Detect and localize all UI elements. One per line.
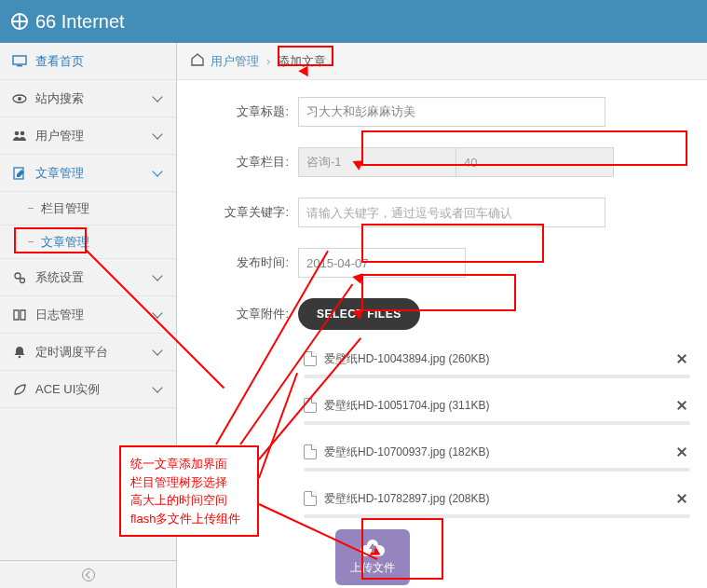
chevron-down-icon: [152, 346, 165, 359]
sidebar-item-logs[interactable]: 日志管理: [0, 296, 176, 334]
users-icon: [11, 129, 28, 144]
svg-point-9: [19, 355, 21, 358]
bell-icon: [11, 345, 28, 360]
remove-file-button[interactable]: [673, 397, 690, 414]
input-pubtime[interactable]: [298, 248, 466, 278]
sidebar-item-label: 定时调度平台: [35, 344, 152, 361]
file-icon: [304, 491, 317, 506]
input-article-keywords[interactable]: [298, 198, 605, 227]
input-column-name[interactable]: [298, 147, 456, 177]
sidebar-item-label: 日志管理: [35, 307, 152, 323]
chevron-down-icon: [152, 92, 165, 105]
edit-icon: [11, 166, 28, 181]
remove-file-button[interactable]: [673, 490, 690, 507]
sidebar-item-users[interactable]: 用户管理: [0, 117, 176, 155]
breadcrumb-current: 添加文章: [278, 53, 326, 70]
svg-point-3: [18, 97, 21, 101]
main-content: 用户管理 › 添加文章 文章标题: 文章栏目: 文章关键字: 发布时间:: [177, 43, 707, 588]
file-icon: [304, 351, 317, 366]
chevron-down-icon: [152, 130, 165, 143]
sidebar-item-articles[interactable]: 文章管理: [0, 155, 176, 192]
globe-icon: [11, 13, 28, 30]
file-name: 爱壁纸HD-10043894.jpg (260KB): [324, 351, 673, 367]
breadcrumb-sep: ›: [266, 54, 270, 68]
sidebar-item-search[interactable]: 站内搜索: [0, 80, 176, 117]
svg-rect-1: [17, 65, 22, 66]
label-article-title: 文章标题:: [214, 103, 298, 120]
sidebar-item-system[interactable]: 系统设置: [0, 259, 176, 296]
upload-button-label: 上传文件: [350, 560, 395, 576]
sidebar-sub-label: 文章管理: [41, 234, 89, 251]
sidebar-sub-article-mgmt[interactable]: 文章管理: [0, 226, 176, 259]
chevron-down-icon: [152, 308, 165, 321]
sidebar-item-label: 查看首页: [35, 53, 165, 70]
eye-icon: [11, 91, 28, 106]
upload-button[interactable]: 上传文件: [335, 529, 410, 585]
article-form: 文章标题: 文章栏目: 文章关键字: 发布时间: 文章附件: SELECT FI…: [177, 80, 707, 585]
breadcrumb: 用户管理 › 添加文章: [177, 43, 707, 80]
file-icon: [304, 444, 317, 459]
top-header: 66 Internet: [0, 0, 707, 43]
remove-file-button[interactable]: [673, 444, 690, 460]
file-item: 爱壁纸HD-10782897.jpg (208KB): [298, 483, 696, 520]
sidebar-item-label: ACE UI实例: [35, 381, 152, 398]
svg-point-5: [20, 130, 25, 135]
svg-point-7: [15, 273, 20, 279]
sidebar-collapse-button[interactable]: [0, 560, 176, 588]
svg-rect-0: [13, 56, 26, 64]
home-icon: [190, 52, 205, 70]
book-icon: [11, 308, 28, 322]
file-item: 爱壁纸HD-10051704.jpg (311KB): [298, 390, 696, 427]
chevron-down-icon: [152, 383, 165, 396]
file-name: 爱壁纸HD-10782897.jpg (208KB): [324, 491, 673, 507]
svg-point-8: [20, 278, 25, 282]
file-item: 爱壁纸HD-10700937.jpg (182KB): [298, 436, 696, 473]
svg-point-4: [15, 130, 20, 135]
label-attachments: 文章附件:: [214, 306, 298, 322]
chevron-down-icon: [152, 271, 165, 284]
input-article-title[interactable]: [298, 97, 605, 127]
sidebar-item-label: 用户管理: [35, 128, 152, 144]
sidebar-item-aceui[interactable]: ACE UI实例: [0, 371, 176, 408]
sidebar-item-label: 站内搜索: [35, 90, 152, 107]
cogs-icon: [11, 270, 28, 285]
sidebar-sub-column-mgmt[interactable]: 栏目管理: [0, 192, 176, 226]
file-name: 爱壁纸HD-10051704.jpg (311KB): [324, 398, 673, 414]
input-column-id[interactable]: [455, 147, 614, 177]
leaf-icon: [11, 382, 28, 397]
file-item: 爱壁纸HD-10043894.jpg (260KB): [298, 343, 696, 380]
collapse-icon: [82, 568, 95, 581]
sidebar-sub-label: 栏目管理: [41, 200, 89, 217]
select-files-button[interactable]: SELECT FILES: [298, 298, 420, 330]
monitor-icon: [11, 54, 28, 69]
sidebar-item-scheduler[interactable]: 定时调度平台: [0, 334, 176, 371]
file-list: 爱壁纸HD-10043894.jpg (260KB) 爱壁纸HD-1005170…: [298, 343, 707, 520]
sidebar-item-home[interactable]: 查看首页: [0, 43, 176, 80]
sidebar-item-label: 系统设置: [35, 269, 152, 286]
file-name: 爱壁纸HD-10700937.jpg (182KB): [324, 444, 673, 460]
remove-file-button[interactable]: [673, 350, 690, 367]
chevron-down-icon: [152, 167, 165, 180]
label-article-keywords: 文章关键字:: [214, 204, 298, 221]
label-pubtime: 发布时间:: [214, 254, 298, 271]
cloud-upload-icon: [360, 540, 385, 556]
sidebar-item-label: 文章管理: [35, 165, 152, 182]
sidebar: 查看首页 站内搜索 用户管理 文章管理 栏目管理 文章管理 系统设置: [0, 43, 177, 588]
label-article-column: 文章栏目:: [214, 154, 298, 171]
app-title: 66 Internet: [35, 11, 125, 33]
file-icon: [304, 398, 317, 413]
breadcrumb-link[interactable]: 用户管理: [211, 53, 259, 70]
